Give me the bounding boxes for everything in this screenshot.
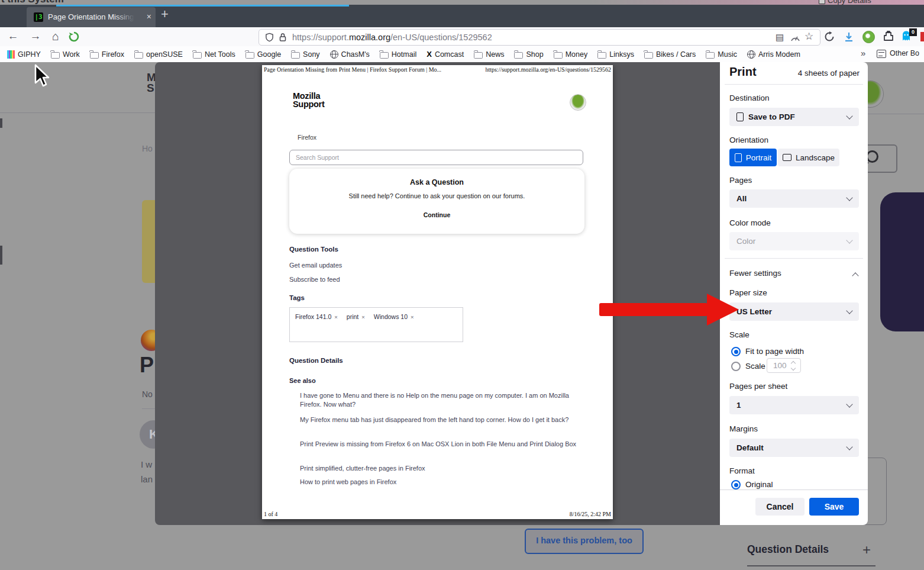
- bookmark-item[interactable]: Net Tools: [193, 50, 235, 59]
- paper-size-select[interactable]: US Letter: [729, 302, 859, 321]
- scale-radio[interactable]: [731, 362, 741, 371]
- bookmark-label: Hotmail: [392, 50, 416, 59]
- have-problem-too-button[interactable]: I have this problem, too: [525, 529, 644, 554]
- continue-link[interactable]: Continue: [289, 211, 584, 218]
- bookmark-item[interactable]: Shop: [514, 50, 543, 59]
- navigation-bar: ← → ⌂ https://support.mozilla.org/en-US/…: [0, 27, 924, 47]
- tag-remove-icon[interactable]: ×: [334, 314, 338, 320]
- bookmark-item[interactable]: Music: [706, 50, 737, 59]
- question-details-heading: Question Details: [747, 543, 829, 556]
- new-tab-button[interactable]: +: [161, 7, 169, 22]
- color-mode-label: Color mode: [729, 218, 771, 227]
- background-window-edge: [0, 118, 2, 128]
- clipped-extension-icon[interactable]: [920, 32, 924, 41]
- folder-icon: [90, 52, 99, 59]
- subscribe-feed-link[interactable]: Subscribe to feed: [289, 276, 340, 283]
- pages-per-sheet-select[interactable]: 1: [729, 396, 859, 414]
- format-label: Format: [729, 466, 755, 475]
- bookmark-item[interactable]: Arris Modem: [747, 50, 800, 59]
- fit-page-width-radio[interactable]: [731, 347, 741, 356]
- bookmark-label: Work: [63, 50, 80, 59]
- fit-page-width-label[interactable]: Fit to page width: [745, 347, 804, 356]
- bookmark-item[interactable]: Linksys: [597, 50, 634, 59]
- dimmed-breadcrumb: Ho: [142, 144, 153, 153]
- preview-footer-page: 1 of 4: [264, 511, 277, 517]
- see-also-link[interactable]: I have gone to Menu and there is no Help…: [300, 391, 587, 409]
- bookmark-item[interactable]: Bikes / Cars: [644, 50, 696, 59]
- bookmark-label: Comcast: [435, 50, 464, 59]
- scale-option-label[interactable]: Scale: [745, 362, 765, 371]
- shield-icon[interactable]: [265, 33, 274, 42]
- bookmark-item[interactable]: Money: [554, 50, 588, 59]
- bookmark-item[interactable]: Sony: [291, 50, 320, 59]
- download-icon[interactable]: [844, 31, 854, 42]
- back-icon[interactable]: ←: [6, 30, 20, 43]
- spinner-arrows[interactable]: [791, 362, 797, 370]
- tab-title-fade: [115, 7, 143, 27]
- bookmark-label: Music: [718, 50, 737, 59]
- cancel-button[interactable]: Cancel: [755, 498, 805, 516]
- opensuse-logo: [570, 94, 586, 111]
- folder-icon: [134, 52, 143, 59]
- pages-select[interactable]: All: [729, 189, 859, 208]
- divider: [725, 258, 863, 259]
- bookmark-item[interactable]: Google: [245, 50, 281, 59]
- folder-icon: [380, 52, 389, 59]
- chevron-up-icon[interactable]: [852, 272, 858, 279]
- reader-mode-icon[interactable]: ▤: [776, 32, 784, 43]
- tab-close-icon[interactable]: ×: [147, 12, 151, 21]
- see-also-link[interactable]: Print simplified, clutter-free pages in …: [300, 464, 587, 473]
- speedometer-icon[interactable]: [790, 34, 800, 41]
- bookmark-item[interactable]: XComcast: [427, 50, 464, 59]
- destination-select[interactable]: Save to PDF: [729, 108, 859, 126]
- bookmark-label: Arris Modem: [758, 50, 800, 59]
- bookmark-item[interactable]: openSUSE: [134, 50, 183, 59]
- lock-icon[interactable]: [279, 33, 287, 42]
- see-also-link[interactable]: My Firefox menu tab has just disappeared…: [300, 416, 587, 424]
- tag-remove-icon[interactable]: ×: [411, 314, 414, 320]
- margins-select[interactable]: Default: [729, 439, 859, 457]
- window-active-edge: [56, 5, 349, 7]
- copy-details-fragment: Copy Details: [819, 0, 871, 5]
- refresh-icon[interactable]: [824, 31, 835, 42]
- bookmarks-bar: GIPHYWorkFirefoxopenSUSENet ToolsGoogleS…: [0, 46, 924, 62]
- home-icon[interactable]: ⌂: [49, 30, 63, 43]
- bookmarks-overflow-chevron[interactable]: »: [861, 48, 865, 58]
- bookmark-item[interactable]: Work: [51, 50, 80, 59]
- reload-extension-icon[interactable]: [69, 31, 79, 42]
- opensuse-extension-icon[interactable]: [862, 31, 875, 43]
- save-button[interactable]: Save: [809, 498, 859, 516]
- bookmark-label: Net Tools: [205, 50, 235, 59]
- other-bookmarks-label[interactable]: Other Bo: [890, 49, 919, 57]
- see-also-link[interactable]: Print Preview is missing from Firefox 6 …: [300, 440, 587, 449]
- bookmark-item[interactable]: GIPHY: [7, 50, 41, 59]
- other-bookmarks-icon[interactable]: [877, 50, 886, 60]
- bookmark-item[interactable]: News: [474, 50, 504, 59]
- tag-label: Firefox 141.0: [295, 313, 331, 320]
- tag-remove-icon[interactable]: ×: [361, 314, 365, 320]
- fewer-settings-toggle[interactable]: Fewer settings: [729, 269, 781, 278]
- format-original-radio[interactable]: [731, 480, 741, 490]
- landscape-icon: [783, 154, 791, 161]
- orientation-label: Orientation: [729, 136, 768, 144]
- portrait-icon: [735, 153, 742, 162]
- destination-label: Destination: [729, 94, 770, 102]
- mozilla-support-logo: MozillaSupport: [293, 92, 324, 108]
- extension-icon[interactable]: [883, 30, 894, 43]
- bookmark-item[interactable]: Firefox: [90, 50, 124, 59]
- preview-search-input[interactable]: [289, 150, 583, 165]
- tab-page-orientation[interactable]: |3 Page Orientation Missing f ×: [27, 7, 156, 27]
- bookmark-star-icon[interactable]: ☆: [805, 30, 813, 43]
- dimmed-header-divider: [0, 112, 155, 113]
- bookmark-label: Google: [257, 50, 281, 59]
- portrait-button[interactable]: Portrait: [729, 149, 777, 166]
- bookmark-item[interactable]: Hotmail: [380, 50, 416, 59]
- get-email-updates-link[interactable]: Get email updates: [289, 262, 342, 269]
- landscape-button[interactable]: Landscape: [778, 149, 839, 166]
- bookmark-item[interactable]: ChasM's: [330, 50, 370, 59]
- see-also-link[interactable]: How to print web pages in Firefox: [300, 478, 587, 487]
- expand-plus-icon[interactable]: +: [862, 542, 871, 558]
- url-bar[interactable]: https://support.mozilla.org/en-US/questi…: [259, 29, 820, 46]
- forward-icon[interactable]: →: [28, 30, 43, 43]
- format-original-label[interactable]: Original: [745, 480, 773, 489]
